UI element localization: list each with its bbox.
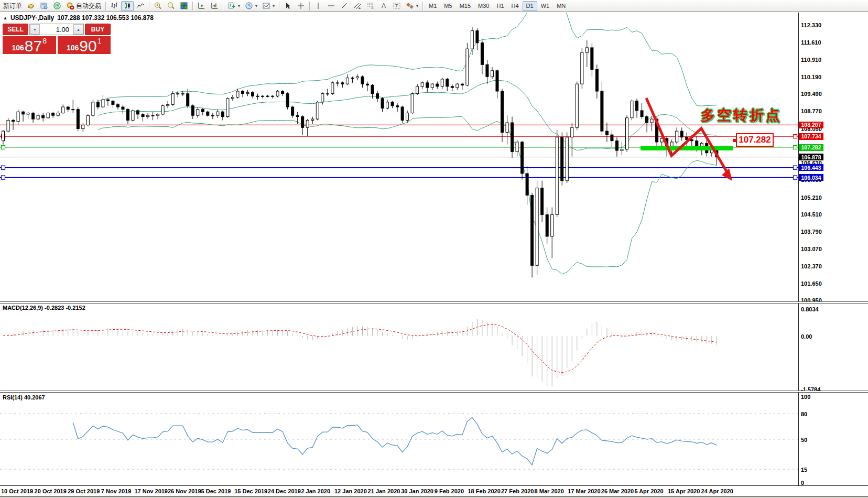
- volume-control: ▼ 1.00 ▲: [29, 24, 84, 35]
- toolbar-separator: [422, 2, 423, 10]
- price-tick-label: 110.910: [801, 57, 821, 63]
- collapse-triangle-icon[interactable]: ▲: [3, 16, 7, 20]
- cursor-icon[interactable]: [281, 1, 294, 11]
- date-tick-label: 15 Apr 2020: [668, 488, 700, 494]
- svg-text:F: F: [372, 6, 374, 9]
- sell-price-point: 8: [42, 37, 47, 45]
- market-watch-icon[interactable]: [25, 1, 37, 11]
- price-tick-label: 101.650: [801, 280, 822, 287]
- price-level-badge: 106.443: [799, 164, 823, 171]
- toolbar: 新订单 自动交易 f▾ ▾ ▾ E F A T ▾: [0, 0, 868, 12]
- timeframe-button-M30[interactable]: M30: [474, 1, 493, 11]
- buy-price-point: 1: [97, 37, 102, 45]
- svg-text:T: T: [395, 3, 398, 8]
- buy-price-figure: 106: [67, 44, 79, 52]
- turning-point-annotation: 多空转折点: [701, 106, 782, 125]
- svg-text:E: E: [359, 6, 361, 9]
- price-level-badge: 106.878: [799, 154, 823, 160]
- chart-bottom-border: [0, 485, 868, 486]
- rsi-tick-label: 15: [801, 467, 807, 473]
- price-level-badge: 108.207: [799, 122, 823, 128]
- sell-price-button[interactable]: 106 87 8: [3, 36, 56, 54]
- chart-title: ▲ USDJPY-,Daily 107.288 107.332 106.553 …: [3, 14, 154, 21]
- date-tick-label: 29 Oct 2019: [68, 488, 100, 494]
- zoom-out-icon[interactable]: [165, 1, 177, 11]
- date-tick-label: 18 Feb 2020: [468, 488, 500, 494]
- rsi-tick-label: 100: [801, 394, 810, 400]
- timeframe-button-H1[interactable]: H1: [493, 1, 507, 11]
- date-tick-label: 17 Mar 2020: [568, 488, 600, 494]
- indicators-add-icon[interactable]: f▾: [225, 1, 242, 11]
- date-tick-label: 12 Jan 2020: [334, 488, 367, 494]
- volume-increase-button[interactable]: ▲: [73, 24, 83, 35]
- date-tick-label: 9 Feb 2020: [435, 488, 464, 494]
- vertical-line-icon[interactable]: [312, 1, 324, 11]
- horizontal-line-icon[interactable]: [325, 1, 338, 11]
- callout-anchor: [733, 139, 736, 142]
- date-tick-label: 21 Jan 2020: [368, 488, 400, 494]
- periods-icon[interactable]: ▾: [243, 1, 259, 11]
- date-tick-label: 27 Feb 2020: [501, 488, 534, 494]
- one-click-trading-panel: SELL ▼ 1.00 ▲ BUY 106 87 8 106 90 1: [3, 24, 111, 54]
- dropdown-caret: ▾: [238, 4, 240, 8]
- buy-price-pips: 90: [79, 39, 96, 53]
- channel-icon[interactable]: E: [351, 1, 364, 11]
- bar-chart-icon[interactable]: [108, 1, 121, 11]
- chart-shift-icon[interactable]: [208, 1, 221, 11]
- price-tick-label: 103.790: [801, 229, 822, 235]
- candlestick-icon[interactable]: [121, 1, 134, 11]
- signals-icon[interactable]: [51, 1, 63, 11]
- timeframe-button-H4[interactable]: H4: [508, 1, 523, 11]
- autotrade-icon: [66, 2, 74, 10]
- price-tick-label: 111.610: [801, 39, 821, 46]
- buy-price-button[interactable]: 106 90 1: [58, 36, 111, 54]
- volume-decrease-button[interactable]: ▼: [30, 24, 40, 35]
- ohlc-values: 107.288 107.332 106.553 106.878: [57, 14, 154, 21]
- timeframe-button-M5[interactable]: M5: [440, 1, 455, 11]
- toolbar-separator: [105, 2, 106, 10]
- toolbar-separator: [223, 2, 223, 10]
- auto-scroll-icon[interactable]: [195, 1, 208, 11]
- buy-button[interactable]: BUY: [85, 24, 111, 35]
- zoom-in-icon[interactable]: [151, 1, 164, 11]
- fibonacci-icon[interactable]: F: [364, 1, 377, 11]
- timeframe-button-D1[interactable]: D1: [523, 1, 537, 11]
- main-chart-plot[interactable]: [0, 13, 798, 302]
- sell-button[interactable]: SELL: [3, 24, 28, 35]
- rsi-tick-label: 50: [801, 437, 807, 443]
- date-tick-label: 10 Oct 2019: [1, 488, 33, 494]
- macd-panel-plot[interactable]: [0, 303, 798, 391]
- mt4-window: 新订单 自动交易 f▾ ▾ ▾ E F A T ▾: [0, 0, 868, 498]
- svg-text:A: A: [382, 2, 386, 9]
- macd-tick-label: 0.8034: [801, 306, 819, 312]
- tile-windows-icon[interactable]: [178, 1, 190, 11]
- toolbar-separator: [149, 2, 149, 10]
- volume-input[interactable]: 1.00: [40, 24, 73, 35]
- symbol-period-label: USDJPY-,Daily: [10, 14, 54, 21]
- line-chart-icon[interactable]: [134, 1, 147, 11]
- date-tick-label: 5 Dec 2019: [201, 488, 231, 494]
- rsi-panel-separator[interactable]: [0, 391, 868, 393]
- date-tick-label: 7 Nov 2019: [101, 488, 131, 494]
- timeframe-button-W1[interactable]: W1: [537, 1, 554, 11]
- crosshair-icon[interactable]: [295, 1, 307, 11]
- navigator-icon[interactable]: [38, 1, 50, 11]
- price-tick-label: 105.210: [801, 194, 822, 201]
- toolbar-separator: [279, 2, 279, 10]
- label-icon[interactable]: T: [390, 1, 403, 11]
- text-icon[interactable]: A: [377, 1, 390, 11]
- timeframe-button-MN[interactable]: MN: [553, 1, 569, 11]
- timeframe-button-M1[interactable]: M1: [425, 1, 440, 11]
- macd-tick-label: 0.00: [801, 333, 812, 340]
- date-tick-label: 24 Dec 2019: [268, 488, 301, 494]
- date-tick-label: 26 Nov 2019: [168, 488, 201, 494]
- macd-panel-separator[interactable]: [0, 301, 868, 304]
- timeframe-button-M15[interactable]: M15: [456, 1, 474, 11]
- rsi-panel-plot[interactable]: [0, 393, 798, 485]
- shapes-icon[interactable]: ▾: [404, 1, 420, 11]
- new-order-button[interactable]: 新订单: [1, 1, 24, 11]
- date-tick-label: 15 Dec 2019: [234, 488, 267, 494]
- templates-icon[interactable]: ▾: [260, 1, 277, 11]
- trendline-icon[interactable]: [338, 1, 351, 11]
- autotrading-button[interactable]: 自动交易: [64, 1, 103, 11]
